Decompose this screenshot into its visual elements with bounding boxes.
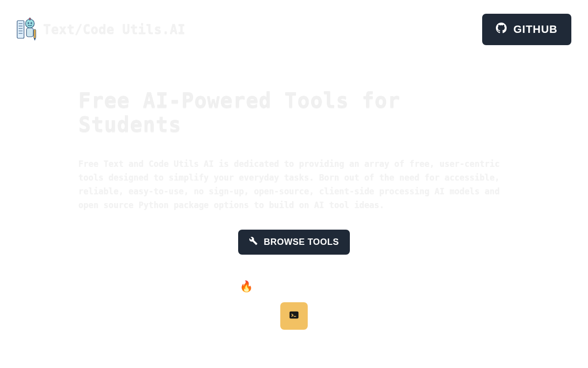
featured-card-code-explainer[interactable] [280,302,308,330]
hero-description: Free Text and Code Utils AI is dedicated… [78,157,510,212]
fire-icon: 🔥 [240,280,253,292]
featured-title-text: Featured Tools [258,280,348,292]
github-button[interactable]: GITHUB [482,14,571,45]
svg-point-9 [29,18,31,20]
featured-title: 🔥 Featured Tools [240,280,348,292]
browse-label: BROWSE TOOLS [264,237,339,247]
header: Text/Code Utils.AI GITHUB [0,0,588,59]
hero: Free AI-Powered Tools for Students Free … [0,59,588,255]
featured-section: 🔥 Featured Tools Code Explainer [0,280,588,344]
browse-tools-button[interactable]: BROWSE TOOLS [238,230,350,255]
newest-title: Newest tools [255,360,333,368]
svg-rect-11 [26,28,33,37]
svg-rect-0 [17,21,24,38]
browse-wrap: BROWSE TOOLS [78,230,510,255]
svg-rect-12 [34,29,36,38]
tools-icon [249,237,258,248]
app-logo [17,20,36,39]
svg-rect-14 [290,312,298,319]
brand-title: Text/Code Utils.AI [43,22,186,37]
brand: Text/Code Utils.AI [17,20,186,39]
github-label: GITHUB [514,23,558,36]
hero-title: Free AI-Powered Tools for Students [78,88,510,136]
svg-point-7 [27,22,29,24]
github-icon [496,23,507,36]
svg-marker-13 [34,38,36,41]
terminal-icon [289,310,299,322]
featured-card-label: Code Explainer [0,337,588,344]
svg-point-8 [30,22,32,24]
newest-section: Newest tools AI Idea Generator [0,360,588,368]
